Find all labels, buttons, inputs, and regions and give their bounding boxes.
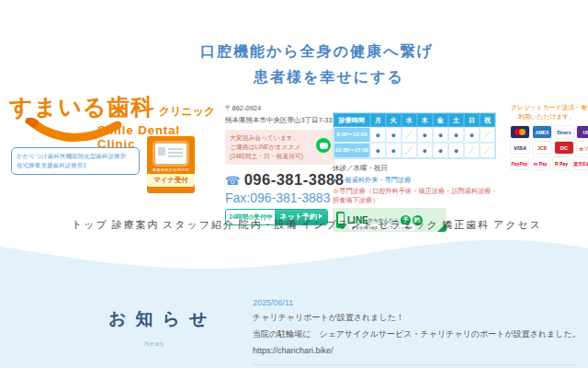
- payment-row-3: PayPay m Pay R Pay 楽天Edy au: [511, 157, 588, 169]
- payment-icon-saison: セゾン: [577, 142, 588, 154]
- payment-icon-diners: Diners: [555, 126, 573, 138]
- payment-icons-grid: AMEX Diners UC VISA JCB DC セゾン PayPay m …: [511, 126, 588, 169]
- closed-days-note: 休診／水曜・祝日: [333, 164, 498, 173]
- cert-line2: 在宅療養支援歯科診療所1: [17, 161, 134, 170]
- hours-row-afternoon: 13:30〜17:00 ● ● ／ ● ● ● ／ ／: [334, 143, 495, 158]
- specialty-care-note: ※専門診療（口腔外科手術・矯正診療・訪問歯科診療・摂食嚥下診療）: [333, 187, 503, 205]
- cert-line1: かかりつけ歯科医機能強化型歯科診療所: [17, 152, 134, 161]
- payment-icon-jcb: JCB: [533, 142, 551, 154]
- line-app-icon: [316, 138, 331, 153]
- fax-number: Fax:096-381-3883: [225, 190, 335, 205]
- page: 口腔機能から全身の健康へ繋げ 患者様を幸せにする すまいる歯科 クリニック Sm…: [0, 0, 588, 368]
- news-section: お知らせ News 2025/06/11 チャリチャリポートが設置されました！ …: [0, 236, 588, 368]
- payments-block: クレジットカード決済・電子マ 利用いただけます。 AMEX Diners UC …: [511, 103, 588, 169]
- postal-code: 〒862-0924: [225, 104, 335, 113]
- payment-icon-amex: AMEX: [533, 126, 551, 138]
- line-notice-box: 大変混み合っています。 ご連絡はLINEがオススメ (24時間土・日・祝返信可): [225, 130, 335, 165]
- notice-line1: 大変混み合っています。: [230, 133, 331, 143]
- payment-icon-dc: DC: [555, 142, 573, 154]
- hours-table-header: 診療時間 月 火 水 木 金 土 日 祝: [334, 113, 495, 127]
- payment-icon-visa: VISA: [511, 142, 529, 154]
- hours-row-morning: 9:30〜12:00 ● ● ／ ● ● ● ● ／: [334, 127, 495, 143]
- payment-icon-paypay: PayPay: [511, 157, 528, 169]
- myna-small-text: 健康保険証利用対応: [153, 167, 190, 172]
- tagline-line2: 患者様を幸せにする: [179, 68, 455, 87]
- payment-icon-uc: UC: [577, 126, 588, 138]
- myna-badge-label: マイナ受付: [147, 174, 195, 187]
- news-heading-block: お知らせ News: [99, 307, 209, 347]
- logo-text-sub: クリニック: [159, 105, 215, 118]
- payment-icon-rakuten-pay: R Pay: [553, 157, 571, 169]
- hours-table: 診療時間 月 火 水 木 金 土 日 祝 9:30〜12:00 ● ● ／ ● …: [333, 112, 496, 159]
- general-care-note: ● 一般歯科外来・専門診療: [333, 176, 498, 185]
- payments-heading: クレジットカード決済・電子マ 利用いただけます。: [511, 103, 588, 121]
- payment-icon-mastercard: [511, 126, 529, 138]
- tagline: 口腔機能から全身の健康へ繋げ 患者様を幸せにする: [179, 42, 455, 87]
- news-item-body: 当院の駐輪場に シェアサイクルサービス・チャリチャリのポートが設置されました。: [253, 328, 576, 340]
- payment-icon-merpay: m Pay: [532, 157, 549, 169]
- myna-card-icon: [155, 144, 187, 164]
- logo-text-main: すまいる歯科: [9, 94, 154, 120]
- payment-icon-rakuten-edy: 楽天Edy: [573, 157, 588, 169]
- phone-number-row[interactable]: ☎ 096-381-3888: [225, 171, 335, 189]
- news-item: 2025/06/11 チャリチャリポートが設置されました！ 当院の駐輪場に シェ…: [253, 298, 576, 365]
- phone-number: 096-381-3888: [244, 171, 345, 188]
- news-divider: [253, 364, 576, 365]
- news-item-title[interactable]: チャリチャリポートが設置されました！: [253, 312, 576, 324]
- payment-row-2: VISA JCB DC セゾン: [511, 142, 588, 154]
- news-list: 2025/06/11 チャリチャリポートが設置されました！ 当院の駐輪場に シェ…: [253, 298, 576, 368]
- news-heading: お知らせ: [99, 307, 209, 331]
- myna-badge: 健康保険証利用対応 マイナ受付: [147, 136, 195, 193]
- news-heading-en: News: [99, 340, 209, 347]
- phone-icon: ☎: [225, 174, 240, 188]
- certification-box: かかりつけ歯科医機能強化型歯科診療所 在宅療養支援歯科診療所1: [11, 147, 140, 175]
- payment-row-1: AMEX Diners UC: [511, 126, 588, 138]
- schedule-block: 診療時間 月 火 水 木 金 土 日 祝 9:30〜12:00 ● ● ／ ● …: [333, 112, 498, 232]
- news-item-link[interactable]: https://charichari.bike/: [253, 346, 334, 355]
- notice-line3: (24時間土・日・祝返信可): [230, 152, 331, 161]
- clinic-logo[interactable]: すまいる歯科 クリニック Smile Dental Clinic かかりつけ歯科…: [9, 92, 216, 122]
- tagline-line1: 口腔機能から全身の健康へ繋げ: [179, 42, 455, 62]
- news-date: 2025/06/11: [253, 298, 576, 307]
- contact-block: 〒862-0924 熊本県熊本市中央区帯山3丁目7-33 大変混み合っています。…: [225, 104, 335, 225]
- clinic-address: 熊本県熊本市中央区帯山3丁目7-33: [225, 116, 335, 125]
- wave-divider: [0, 236, 588, 276]
